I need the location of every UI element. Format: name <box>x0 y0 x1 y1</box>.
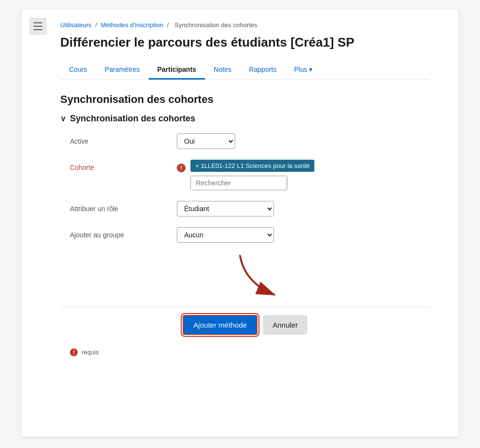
form-row-group: Ajouter au groupe Aucun Groupe 1 Groupe … <box>60 227 429 243</box>
chevron-down-icon: ▾ <box>309 66 312 73</box>
form-row-cohort: Cohorte ! × 1LLE01-122 L1 Sciences pour … <box>60 160 429 190</box>
breadcrumb: Utilisateurs / Méthodes d'inscription / … <box>60 21 429 29</box>
role-control: Étudiant Enseignant Non inscrit <box>177 201 429 216</box>
active-label: Active <box>70 133 177 145</box>
chevron-icon: ∨ <box>60 114 66 123</box>
cohort-control: ! × 1LLE01-122 L1 Sciences pour la santé… <box>177 160 429 190</box>
rechercher-input[interactable] <box>191 176 286 190</box>
buttons-row: Ajouter méthode Annuler <box>60 307 429 343</box>
tab-rapports[interactable]: Rapports <box>240 61 285 80</box>
page-wrapper: Utilisateurs / Méthodes d'inscription / … <box>21 10 459 437</box>
role-label: Attribuer un rôle <box>70 201 177 213</box>
cohort-area: × 1LLE01-122 L1 Sciences pour la santé ▼ <box>190 160 314 190</box>
nav-tabs: Cours Paramètres Participants Notes Rapp… <box>60 61 429 80</box>
group-control: Aucun Groupe 1 Groupe 2 <box>177 227 429 243</box>
sidebar-toggle[interactable] <box>29 17 47 35</box>
tab-parametres[interactable]: Paramètres <box>96 61 148 80</box>
rechercher-dropdown-arrow[interactable]: ▼ <box>286 177 288 189</box>
cohort-label: Cohorte <box>70 160 177 171</box>
role-select[interactable]: Étudiant Enseignant Non inscrit <box>177 201 274 216</box>
breadcrumb-methodes[interactable]: Méthodes d'inscription <box>101 21 163 29</box>
active-control: Oui Non <box>177 133 429 149</box>
main-content: Utilisateurs / Méthodes d'inscription / … <box>21 10 459 376</box>
cohort-tag: × 1LLE01-122 L1 Sciences pour la santé <box>190 160 314 172</box>
breadcrumb-current: Synchronisation des cohortes <box>174 21 257 29</box>
required-icon-cohort: ! <box>177 164 186 172</box>
tab-notes[interactable]: Notes <box>205 61 240 80</box>
page-title: Différencier le parcours des étudiants [… <box>60 34 429 51</box>
cohort-tag-text: × 1LLE01-122 L1 Sciences pour la santé <box>195 162 309 169</box>
form-row-active: Active Oui Non <box>60 133 429 149</box>
required-dot-icon: ! <box>70 348 78 356</box>
group-select[interactable]: Aucun Groupe 1 Groupe 2 <box>177 227 274 243</box>
required-note: ! requis <box>60 348 429 356</box>
section-sub-title: Synchronisation des cohortes <box>70 114 195 124</box>
section-main-title: Synchronisation des cohortes <box>60 93 429 106</box>
group-label: Ajouter au groupe <box>70 227 177 239</box>
cancel-button[interactable]: Annuler <box>263 315 307 334</box>
tab-participants[interactable]: Participants <box>149 61 205 80</box>
submit-button[interactable]: Ajouter méthode <box>183 315 257 335</box>
active-select[interactable]: Oui Non <box>177 133 235 149</box>
arrow-svg <box>235 253 293 299</box>
breadcrumb-utilisateurs[interactable]: Utilisateurs <box>60 21 91 29</box>
rechercher-wrap: ▼ <box>190 176 288 190</box>
tab-cours[interactable]: Cours <box>60 61 96 80</box>
section-collapsible[interactable]: ∨ Synchronisation des cohortes <box>60 114 429 124</box>
required-note-text: requis <box>82 348 99 356</box>
tab-plus[interactable]: Plus ▾ <box>285 61 321 80</box>
arrow-annotation <box>60 253 429 302</box>
form-row-role: Attribuer un rôle Étudiant Enseignant No… <box>60 201 429 216</box>
